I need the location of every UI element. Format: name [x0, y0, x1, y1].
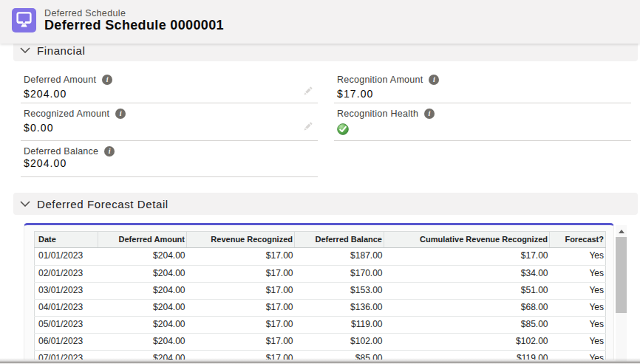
cell-revenue-recognized: $17.00: [187, 334, 295, 351]
cell-deferred-amount: $204.00: [98, 266, 187, 283]
cell-deferred-amount: $204.00: [98, 300, 187, 317]
cell-date: 04/01/2023: [35, 300, 98, 317]
desktop-icon: [12, 8, 36, 32]
forecast-table-card: Date Deferred Amount Revenue Recognized …: [24, 223, 614, 360]
forecast-table: Date Deferred Amount Revenue Recognized …: [34, 231, 606, 360]
cell-cumulative-revenue-recognized: $102.00: [384, 334, 550, 351]
cell-cumulative-revenue-recognized: $68.00: [384, 300, 550, 317]
cell-deferred-amount: $204.00: [98, 317, 187, 334]
cell-revenue-recognized: $17.00: [187, 300, 295, 317]
cell-deferred-balance: $187.00: [295, 247, 384, 266]
cell-cumulative-revenue-recognized: $85.00: [384, 317, 550, 334]
info-icon[interactable]: i: [104, 146, 115, 157]
edit-pencil-icon[interactable]: [303, 122, 313, 131]
section-header-deferred-forecast-detail[interactable]: Deferred Forecast Detail: [13, 193, 638, 215]
health-check-icon: [337, 123, 349, 135]
page-title: Deferred Schedule 0000001: [44, 18, 224, 32]
cell-cumulative-revenue-recognized: $34.00: [384, 266, 550, 283]
cell-deferred-balance: $102.00: [295, 334, 384, 351]
cell-forecast: Yes: [550, 300, 606, 317]
cell-revenue-recognized: $17.00: [187, 283, 295, 300]
cell-forecast: Yes: [550, 266, 606, 283]
field-value: $17.00: [334, 87, 631, 101]
field-label: Deferred Amount: [21, 75, 96, 85]
edit-pencil-icon[interactable]: [303, 86, 313, 96]
record-type-label: Deferred Schedule: [44, 8, 126, 18]
col-header-date: Date: [35, 232, 98, 248]
field-label: Recognized Amount: [21, 109, 109, 119]
field-value: $204.00: [21, 157, 318, 171]
col-header-deferred-balance: Deferred Balance: [295, 232, 384, 248]
cell-deferred-balance: $170.00: [295, 266, 384, 283]
cell-date: 01/01/2023: [35, 247, 98, 266]
field-label-row: Recognized Amount i: [21, 109, 318, 119]
cell-deferred-balance: $119.00: [295, 317, 384, 334]
field-label-row: Deferred Amount i: [21, 75, 318, 85]
field-recognized-amount: Recognized Amount i $0.00: [21, 103, 318, 141]
table-row: 06/01/2023 $204.00 $17.00 $102.00 $102.0…: [35, 334, 606, 351]
cell-revenue-recognized: $17.00: [187, 266, 295, 283]
cell-forecast: Yes: [550, 247, 606, 266]
col-header-cumulative-revenue-recognized: Cumulative Revenue Recognized: [384, 232, 550, 248]
cell-forecast: Yes: [550, 317, 606, 334]
cell-deferred-amount: $204.00: [98, 247, 187, 266]
field-recognition-amount: Recognition Amount i $17.00: [334, 72, 631, 103]
col-header-deferred-amount: Deferred Amount: [98, 232, 187, 248]
scrollbar-up-button[interactable]: [616, 225, 627, 236]
table-vertical-scrollbar[interactable]: [616, 225, 627, 364]
chevron-down-icon: [20, 201, 30, 207]
cell-deferred-balance: $136.00: [295, 300, 384, 317]
section-title: Deferred Forecast Detail: [37, 198, 168, 210]
cell-deferred-balance: $153.00: [295, 283, 384, 300]
field-label: Recognition Health: [334, 109, 418, 119]
col-header-revenue-recognized: Revenue Recognized: [187, 232, 295, 248]
field-label-row: Deferred Balance i: [21, 146, 318, 157]
chevron-down-icon: [20, 47, 30, 53]
table-row: 02/01/2023 $204.00 $17.00 $170.00 $34.00…: [35, 266, 606, 283]
table-header-row: Date Deferred Amount Revenue Recognized …: [35, 232, 606, 248]
info-icon[interactable]: i: [429, 75, 439, 85]
field-value: $0.00: [21, 121, 318, 135]
record-entity-icon: [12, 8, 36, 32]
cell-forecast: Yes: [550, 283, 606, 300]
cell-deferred-amount: $204.00: [98, 283, 187, 300]
field-value: $204.00: [21, 87, 318, 101]
cell-date: 06/01/2023: [35, 334, 98, 351]
scroll-up-arrow-icon: [619, 230, 624, 233]
cell-forecast: Yes: [550, 334, 606, 351]
table-row: 01/01/2023 $204.00 $17.00 $187.00 $17.00…: [35, 247, 606, 266]
page: Financial Deferred Amount i $204.00 Reco…: [0, 0, 640, 364]
cell-revenue-recognized: $17.00: [187, 247, 295, 266]
cell-date: 05/01/2023: [35, 317, 98, 334]
table-row: 03/01/2023 $204.00 $17.00 $153.00 $51.00…: [35, 283, 606, 300]
info-icon[interactable]: i: [102, 75, 112, 85]
info-icon[interactable]: i: [424, 109, 435, 119]
cell-date: 02/01/2023: [35, 266, 98, 283]
scrollbar-thumb[interactable]: [616, 237, 627, 313]
table-row: 04/01/2023 $204.00 $17.00 $136.00 $68.00…: [35, 300, 606, 317]
cell-cumulative-revenue-recognized: $17.00: [384, 247, 550, 266]
field-label: Deferred Balance: [21, 147, 98, 157]
section-title: Financial: [37, 44, 85, 57]
field-label-row: Recognition Health i: [334, 109, 631, 119]
field-deferred-amount: Deferred Amount i $204.00: [21, 72, 318, 103]
field-deferred-balance: Deferred Balance i $204.00: [21, 141, 318, 177]
utility-bar-edge: [0, 358, 640, 364]
field-label-row: Recognition Amount i: [334, 75, 631, 85]
info-icon[interactable]: i: [115, 109, 126, 119]
cell-cumulative-revenue-recognized: $51.00: [384, 283, 550, 300]
field-recognition-health: Recognition Health i: [334, 103, 631, 141]
table-row: 05/01/2023 $204.00 $17.00 $119.00 $85.00…: [35, 317, 606, 334]
cell-date: 03/01/2023: [35, 283, 98, 300]
field-label: Recognition Amount: [334, 75, 423, 85]
col-header-forecast: Forecast?: [550, 232, 606, 248]
cell-deferred-amount: $204.00: [98, 334, 187, 351]
page-header: Deferred Schedule Deferred Schedule 0000…: [0, 0, 640, 44]
cell-revenue-recognized: $17.00: [187, 317, 295, 334]
